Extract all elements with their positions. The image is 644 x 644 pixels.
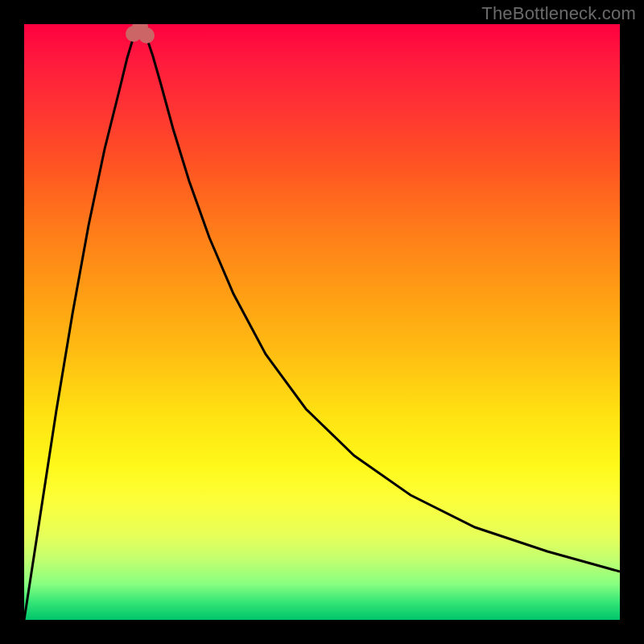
chart-frame: TheBottleneck.com bbox=[0, 0, 644, 644]
curve-layer bbox=[24, 24, 620, 620]
plot-area bbox=[24, 24, 620, 620]
trough-markers bbox=[126, 24, 155, 43]
watermark-text: TheBottleneck.com bbox=[481, 3, 636, 24]
bottleneck-curve bbox=[24, 32, 620, 620]
